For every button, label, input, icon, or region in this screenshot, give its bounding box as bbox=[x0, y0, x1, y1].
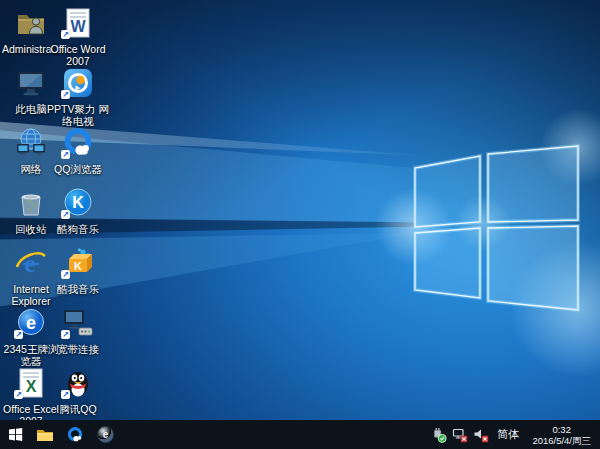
volume-muted-icon[interactable] bbox=[472, 426, 489, 443]
qq-browser-icon: ↗ bbox=[61, 126, 95, 160]
desktop-icon-qq-browser[interactable]: ↗ QQ浏览器 bbox=[46, 126, 110, 175]
shortcut-arrow-icon: ↗ bbox=[61, 90, 70, 99]
ime-indicator[interactable]: 简体 bbox=[493, 427, 523, 442]
desktop-icon-label: 酷我音乐 bbox=[57, 283, 99, 295]
kugou-music-icon: K ↗ bbox=[61, 186, 95, 220]
desktop-icon-label: 宽带连接 bbox=[57, 343, 99, 355]
usb-safely-remove-icon[interactable] bbox=[430, 426, 447, 443]
desktop-icon-kugou[interactable]: K ↗ 酷狗音乐 bbox=[46, 186, 110, 235]
shortcut-arrow-icon: ↗ bbox=[61, 30, 70, 39]
system-tray: 简体 0:32 2016/5/4/周三 bbox=[430, 420, 600, 449]
desktop-icon-label: 腾讯QQ bbox=[59, 403, 96, 415]
shortcut-arrow-icon: ↗ bbox=[61, 390, 70, 399]
folder-icon bbox=[36, 427, 54, 443]
qq-browser-button[interactable] bbox=[60, 420, 90, 449]
administrator-folder-icon bbox=[14, 6, 48, 40]
recycle-bin-icon bbox=[14, 186, 48, 220]
svg-text:X: X bbox=[26, 378, 37, 395]
network-icon bbox=[14, 126, 48, 160]
taskbar-clock[interactable]: 0:32 2016/5/4/周三 bbox=[527, 424, 596, 446]
svg-text:K: K bbox=[72, 194, 84, 211]
tencent-qq-icon: ↗ bbox=[61, 366, 95, 400]
desktop-icon-kuwo[interactable]: K ↗ 酷我音乐 bbox=[46, 246, 110, 295]
desktop-icon-label: 此电脑 bbox=[15, 103, 47, 115]
internet-explorer-icon: e bbox=[14, 246, 48, 280]
desktop-icon-label: PPTV聚力 网络电视 bbox=[46, 103, 110, 127]
svg-text:e: e bbox=[26, 313, 36, 333]
windows-desktop: Administra... 此电脑 bbox=[0, 0, 600, 449]
office-excel-2007-icon: X ↗ bbox=[14, 366, 48, 400]
taskbar: e bbox=[0, 420, 600, 449]
desktop-icon-label: 酷狗音乐 bbox=[57, 223, 99, 235]
browser-e-button[interactable]: e bbox=[90, 420, 120, 449]
svg-text:K: K bbox=[74, 260, 82, 272]
shortcut-arrow-icon: ↗ bbox=[14, 390, 23, 399]
desktop-icon-office-word[interactable]: W ↗ Office Word 2007 bbox=[46, 6, 110, 67]
desktop-icon-label: 网络 bbox=[21, 163, 42, 175]
globe-e-icon: e bbox=[97, 426, 114, 443]
start-button[interactable] bbox=[0, 420, 30, 449]
desktop-icon-label: QQ浏览器 bbox=[54, 163, 102, 175]
this-pc-icon bbox=[14, 66, 48, 100]
shortcut-arrow-icon: ↗ bbox=[61, 210, 70, 219]
desktop-icon-label: Office Word 2007 bbox=[46, 43, 110, 67]
desktop-icon-label: 回收站 bbox=[15, 223, 47, 235]
pptv-icon: ↗ bbox=[61, 66, 95, 100]
office-word-2007-icon: W ↗ bbox=[61, 6, 95, 40]
svg-text:e: e bbox=[102, 429, 108, 440]
clock-time: 0:32 bbox=[532, 424, 591, 435]
kuwo-music-icon: K ↗ bbox=[61, 246, 95, 280]
clock-date: 2016/5/4/周三 bbox=[532, 435, 591, 446]
qq-browser-icon bbox=[66, 426, 84, 444]
windows-logo-icon bbox=[8, 427, 23, 442]
svg-text:W: W bbox=[70, 18, 86, 35]
shortcut-arrow-icon: ↗ bbox=[61, 270, 70, 279]
shortcut-arrow-icon: ↗ bbox=[61, 330, 70, 339]
broadband-connection-icon: ↗ bbox=[61, 306, 95, 340]
file-explorer-button[interactable] bbox=[30, 420, 60, 449]
network-disconnected-icon[interactable] bbox=[451, 426, 468, 443]
shortcut-arrow-icon: ↗ bbox=[14, 330, 23, 339]
shortcut-arrow-icon: ↗ bbox=[61, 150, 70, 159]
desktop-icon-broadband[interactable]: ↗ 宽带连接 bbox=[46, 306, 110, 355]
desktop-icon-pptv[interactable]: ↗ PPTV聚力 网络电视 bbox=[46, 66, 110, 127]
2345-browser-icon: e ↗ bbox=[14, 306, 48, 340]
desktop-icon-tencent-qq[interactable]: ↗ 腾讯QQ bbox=[46, 366, 110, 415]
